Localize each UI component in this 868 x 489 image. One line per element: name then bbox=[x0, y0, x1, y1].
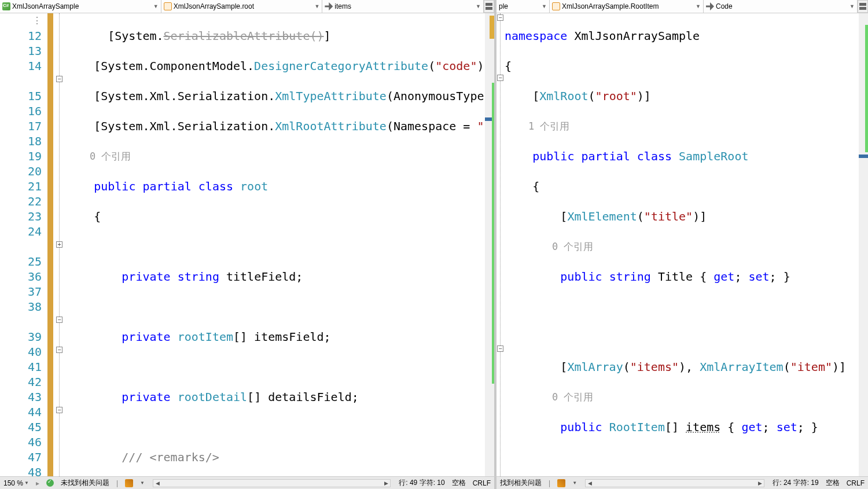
whitespace-mode[interactable]: 空格 bbox=[452, 478, 466, 488]
class-icon bbox=[552, 2, 560, 10]
brush-icon[interactable] bbox=[125, 479, 133, 487]
crumb-member[interactable]: Code▼ bbox=[704, 0, 858, 13]
horizontal-scrollbar[interactable]: ◀▶ bbox=[153, 479, 391, 487]
breadcrumb-bar-right: ple▼ XmlJsonArraySample.RootItem▼ Code▼ bbox=[496, 0, 868, 13]
line-ending-mode[interactable]: CRLF bbox=[473, 479, 491, 487]
line-number-gutter: ⋮ 121314 15161718192021222324 25363738 3… bbox=[0, 13, 47, 476]
issues-status[interactable]: 未找到相关问题 bbox=[61, 478, 109, 488]
zoom-value: 150 % bbox=[3, 479, 23, 487]
change-marker-gutter bbox=[47, 13, 53, 476]
chevron-down-icon: ▼ bbox=[849, 3, 855, 9]
fold-gutter: − − − bbox=[496, 13, 505, 476]
codelens-references[interactable]: 1 个引用 bbox=[528, 120, 569, 132]
horizontal-scrollbar[interactable]: ◀▶ bbox=[585, 479, 764, 487]
chevron-down-icon: ▼ bbox=[314, 3, 319, 9]
crumb-namespace[interactable]: XmlJsonArraySample▼ bbox=[0, 0, 161, 13]
fold-toggle[interactable]: − bbox=[56, 407, 62, 413]
fold-toggle[interactable]: − bbox=[56, 76, 62, 82]
whitespace-mode[interactable]: 空格 bbox=[826, 478, 840, 488]
chevron-down-icon: ▼ bbox=[24, 480, 29, 486]
crumb-label: XmlJsonArraySample.root bbox=[174, 2, 254, 10]
fold-toggle[interactable]: − bbox=[497, 345, 503, 352]
cursor-position[interactable]: 行: 49 字符: 10 bbox=[399, 478, 444, 488]
vertical-scrollbar[interactable] bbox=[485, 13, 494, 476]
chevron-down-icon: ▼ bbox=[542, 3, 547, 9]
codelens-references[interactable]: 0 个引用 bbox=[552, 391, 593, 403]
fold-toggle[interactable]: − bbox=[497, 75, 503, 81]
fold-toggle[interactable]: − bbox=[56, 347, 62, 353]
chevron-down-icon: ▼ bbox=[696, 3, 701, 9]
wrench-icon bbox=[706, 2, 714, 10]
code-area-left[interactable]: [System.SerializableAttribute()] [System… bbox=[66, 13, 494, 476]
line-ending-mode[interactable]: CRLF bbox=[847, 479, 865, 487]
code-editor-right[interactable]: − − − namespace XmlJsonArraySample { [Xm… bbox=[496, 13, 868, 476]
code-area-right[interactable]: namespace XmlJsonArraySample { [XmlRoot(… bbox=[505, 13, 868, 476]
crumb-member[interactable]: items▼ bbox=[322, 0, 484, 13]
class-icon bbox=[164, 2, 172, 10]
editor-pane-right: ple▼ XmlJsonArraySample.RootItem▼ Code▼ … bbox=[496, 0, 868, 476]
codelens-references[interactable]: 0 个引用 bbox=[552, 241, 593, 252]
zoom-control[interactable]: 150 %▼ bbox=[3, 479, 29, 487]
split-view-button[interactable] bbox=[484, 0, 494, 13]
cursor-position[interactable]: 行: 24 字符: 19 bbox=[773, 478, 818, 488]
crumb-class[interactable]: XmlJsonArraySample.RootItem▼ bbox=[550, 0, 704, 13]
svg-rect-0 bbox=[486, 3, 492, 6]
issues-status[interactable]: 找到相关问题 bbox=[500, 478, 542, 488]
crumb-namespace[interactable]: ple▼ bbox=[496, 0, 550, 13]
vertical-scrollbar[interactable] bbox=[859, 13, 868, 476]
status-bar-right: 找到相关问题 | ▼ ◀▶ 行: 24 字符: 19 空格 CRLF bbox=[496, 476, 868, 489]
fold-toggle[interactable]: − bbox=[56, 317, 62, 323]
codelens-references[interactable]: 0 个引用 bbox=[90, 150, 131, 162]
editor-pane-left: XmlJsonArraySample▼ XmlJsonArraySample.r… bbox=[0, 0, 496, 476]
chevron-down-icon: ▼ bbox=[153, 3, 159, 9]
fold-toggle[interactable]: + bbox=[56, 241, 62, 248]
crumb-label: ple bbox=[499, 2, 508, 10]
crumb-class[interactable]: XmlJsonArraySample.root▼ bbox=[161, 0, 323, 13]
split-view-button[interactable] bbox=[858, 0, 868, 13]
crumb-label: XmlJsonArraySample bbox=[12, 2, 79, 10]
breadcrumb-bar-left: XmlJsonArraySample▼ XmlJsonArraySample.r… bbox=[0, 0, 494, 13]
check-icon bbox=[46, 479, 54, 487]
brush-icon[interactable] bbox=[557, 479, 565, 487]
svg-rect-1 bbox=[486, 7, 492, 10]
fold-toggle[interactable]: − bbox=[497, 14, 503, 21]
svg-rect-3 bbox=[859, 7, 866, 10]
crumb-label: items bbox=[334, 2, 351, 10]
crumb-label: Code bbox=[716, 2, 733, 10]
svg-rect-2 bbox=[859, 3, 866, 6]
wrench-icon bbox=[325, 2, 333, 10]
csharp-icon bbox=[2, 2, 10, 10]
crumb-label: XmlJsonArraySample.RootItem bbox=[562, 2, 659, 10]
status-bar-left: 150 %▼ ▸ 未找到相关问题 | ▼ ◀▶ 行: 49 字符: 10 空格 … bbox=[0, 476, 496, 489]
fold-gutter: − + − − − bbox=[53, 13, 66, 476]
chevron-down-icon: ▼ bbox=[476, 3, 481, 9]
code-editor-left[interactable]: ⋮ 121314 15161718192021222324 25363738 3… bbox=[0, 13, 494, 476]
